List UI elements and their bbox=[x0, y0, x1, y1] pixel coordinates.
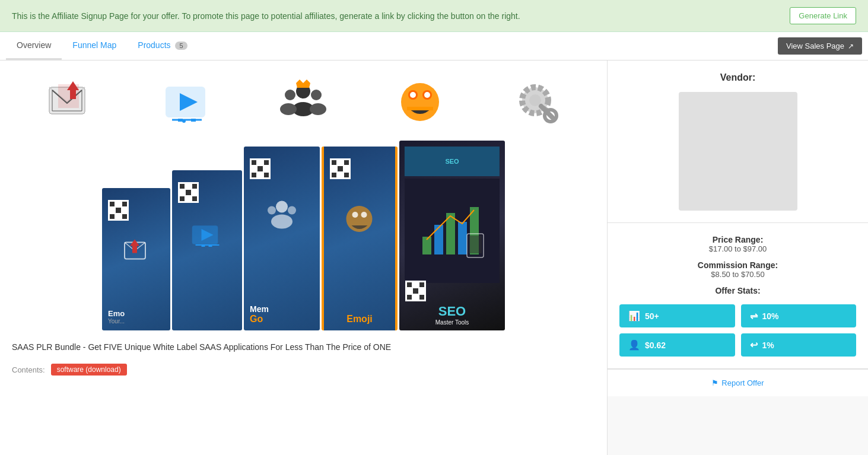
main-content: Emo Your... bbox=[0, 61, 868, 455]
epc-stat-value: $0.62 bbox=[645, 341, 666, 350]
contents-row: Contents: software (download) bbox=[12, 364, 595, 376]
sales-stat-card: 📊 50+ bbox=[619, 304, 735, 327]
svg-marker-21 bbox=[296, 79, 310, 88]
product-box-3: Mem Go bbox=[244, 147, 320, 330]
view-sales-page-button[interactable]: View Sales Page ↗ bbox=[778, 37, 862, 55]
svg-rect-40 bbox=[202, 244, 205, 247]
svg-point-42 bbox=[276, 201, 288, 212]
refund-icon: ↩ bbox=[750, 339, 758, 351]
commission-range-label: Commission Range: bbox=[619, 260, 856, 270]
svg-point-43 bbox=[271, 214, 292, 228]
price-range-value: $17.00 to $97.00 bbox=[619, 244, 856, 253]
conversion-stat-value: 10% bbox=[762, 311, 779, 321]
generate-link-button[interactable]: Generate Link bbox=[790, 7, 856, 24]
svg-point-47 bbox=[352, 212, 358, 218]
conversion-icon: ⇌ bbox=[750, 310, 758, 322]
emoji-icon bbox=[390, 72, 450, 132]
epc-stat-card: 👤 $0.62 bbox=[619, 333, 735, 357]
notification-bar: This is the Affiliate Signup Page for yo… bbox=[0, 0, 868, 32]
svg-point-17 bbox=[285, 90, 295, 100]
group-icon bbox=[274, 72, 333, 132]
svg-rect-13 bbox=[191, 119, 196, 122]
price-range-label: Price Range: bbox=[619, 235, 856, 244]
svg-point-26 bbox=[424, 92, 430, 98]
right-sidebar: Vendor: Price Range: $17.00 to $97.00 Co… bbox=[607, 61, 868, 455]
svg-point-48 bbox=[361, 212, 367, 218]
svg-rect-41 bbox=[209, 244, 212, 247]
product-box-2 bbox=[172, 170, 242, 330]
offer-stats-title: Offer Stats: bbox=[619, 286, 856, 295]
refund-stat-value: 1% bbox=[762, 341, 774, 350]
stats-section: Price Range: $17.00 to $97.00 Commission… bbox=[608, 223, 868, 369]
tabs-left: Overview Funnel Map Products 5 bbox=[6, 32, 198, 60]
conversion-stat-card: ⇌ 10% bbox=[741, 304, 857, 327]
refund-stat-card: ↩ 1% bbox=[741, 333, 857, 357]
vendor-avatar bbox=[679, 92, 797, 211]
svg-point-44 bbox=[268, 206, 276, 214]
svg-point-30 bbox=[529, 94, 541, 106]
tab-products[interactable]: Products 5 bbox=[127, 32, 198, 60]
contents-tag: software (download) bbox=[51, 364, 127, 376]
product-icons-row bbox=[12, 72, 595, 132]
svg-rect-27 bbox=[407, 107, 433, 110]
person-icon: 👤 bbox=[628, 339, 640, 351]
tab-funnel-map[interactable]: Funnel Map bbox=[62, 32, 127, 60]
offer-stats-grid: 📊 50+ ⇌ 10% 👤 $0.62 ↩ 1% bbox=[619, 304, 856, 357]
commission-range-value: $8.50 to $70.50 bbox=[619, 270, 856, 279]
commission-range-row: Commission Range: $8.50 to $70.50 bbox=[619, 260, 856, 279]
sales-stat-value: 50+ bbox=[645, 311, 659, 321]
product-box-5: SEO bbox=[399, 141, 505, 330]
svg-rect-50 bbox=[434, 225, 443, 254]
product-description: SAAS PLR Bundle - Get FIVE Unique White … bbox=[12, 342, 595, 352]
svg-point-22 bbox=[401, 83, 439, 121]
tab-overview[interactable]: Overview bbox=[6, 32, 62, 60]
svg-point-25 bbox=[410, 92, 416, 98]
product-box-1: Emo Your... bbox=[102, 188, 170, 330]
report-section: ⚑ Report Offer bbox=[608, 369, 868, 396]
external-link-icon: ↗ bbox=[848, 42, 854, 50]
report-offer-link[interactable]: ⚑ Report Offer bbox=[619, 378, 856, 387]
svg-point-19 bbox=[311, 90, 322, 100]
product-boxes-row: Emo Your... bbox=[41, 141, 566, 330]
svg-point-14 bbox=[182, 119, 186, 123]
tabs-bar: Overview Funnel Map Products 5 View Sale… bbox=[0, 32, 868, 61]
product-visual: Emo Your... bbox=[12, 72, 595, 330]
vendor-title: Vendor: bbox=[619, 72, 856, 83]
svg-rect-12 bbox=[178, 119, 183, 122]
gear-wrench-icon bbox=[507, 72, 567, 132]
notification-message: This is the Affiliate Signup Page for yo… bbox=[12, 11, 520, 21]
price-range-row: Price Range: $17.00 to $97.00 bbox=[619, 235, 856, 253]
svg-rect-52 bbox=[458, 222, 467, 254]
products-count-badge: 5 bbox=[175, 42, 187, 50]
contents-label: Contents: bbox=[12, 365, 45, 374]
chart-icon: 📊 bbox=[628, 310, 640, 322]
svg-point-18 bbox=[280, 103, 297, 115]
svg-marker-36 bbox=[130, 240, 139, 253]
product-box-4: Emoji bbox=[322, 147, 398, 330]
svg-point-45 bbox=[288, 206, 296, 214]
video-settings-icon bbox=[157, 72, 217, 132]
left-panel: Emo Your... bbox=[0, 61, 607, 455]
svg-rect-55 bbox=[469, 236, 482, 253]
svg-point-20 bbox=[310, 103, 326, 115]
flag-icon: ⚑ bbox=[711, 378, 718, 387]
email-icon bbox=[40, 72, 100, 132]
vendor-section: Vendor: bbox=[608, 61, 868, 223]
